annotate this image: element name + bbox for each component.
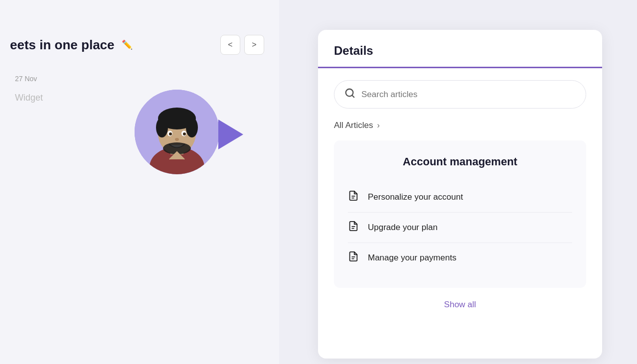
article-label: Manage your payments [368, 253, 457, 263]
document-icon [348, 190, 359, 204]
search-input[interactable] [361, 90, 576, 100]
all-articles-row[interactable]: All Articles › [318, 117, 602, 140]
list-item[interactable]: Upgrade your plan [348, 213, 572, 243]
avatar-face [135, 90, 219, 174]
details-header: Details [318, 30, 602, 68]
speech-pointer [218, 120, 243, 149]
chevron-right-icon: › [377, 121, 379, 130]
page-title: eets in one place [10, 37, 115, 53]
document-icon [348, 251, 359, 265]
svg-point-5 [156, 118, 168, 137]
search-icon [344, 88, 355, 101]
avatar-svg [135, 90, 219, 174]
left-header: eets in one place ✏️ < > [10, 35, 264, 55]
left-panel: eets in one place ✏️ < > 27 Nov Widget [0, 0, 279, 364]
document-icon [348, 221, 359, 235]
svg-line-14 [352, 95, 354, 97]
show-all-link[interactable]: Show all [444, 300, 476, 309]
right-panel: Details All Articles › Account managemen… [318, 30, 602, 359]
articles-card: Account management Personalize your acco… [334, 140, 586, 288]
nav-back-button[interactable]: < [220, 35, 240, 55]
details-title: Details [334, 44, 373, 57]
date-label: 27 Nov [10, 75, 264, 83]
nav-buttons: < > [220, 35, 264, 55]
svg-point-10 [183, 132, 186, 135]
show-all-row[interactable]: Show all [318, 288, 602, 318]
search-section [318, 68, 602, 117]
edit-icon[interactable]: ✏️ [122, 39, 133, 50]
avatar-container [135, 90, 219, 174]
avatar [135, 90, 219, 174]
svg-point-6 [186, 118, 198, 137]
article-label: Upgrade your plan [368, 223, 438, 233]
all-articles-label: All Articles [334, 121, 373, 130]
search-box[interactable] [334, 80, 586, 109]
article-label: Personalize your account [368, 192, 463, 202]
card-title: Account management [348, 155, 572, 168]
nav-forward-button[interactable]: > [244, 35, 264, 55]
svg-point-9 [169, 132, 172, 135]
list-item[interactable]: Manage your payments [348, 243, 572, 273]
list-item[interactable]: Personalize your account [348, 182, 572, 213]
svg-point-11 [175, 138, 179, 141]
